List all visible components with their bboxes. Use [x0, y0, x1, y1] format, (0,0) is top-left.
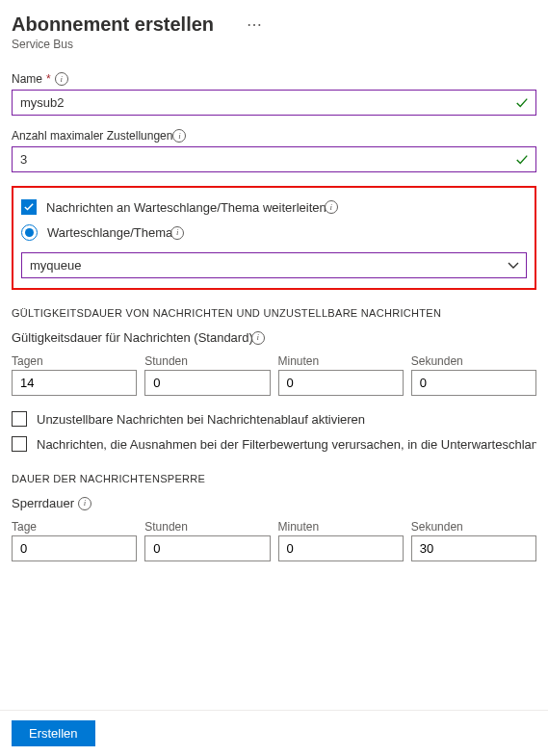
lock-hours-input[interactable] [144, 535, 270, 561]
create-button[interactable]: Erstellen [12, 720, 95, 746]
lock-days-label: Tage [12, 520, 137, 534]
lock-days-input[interactable] [12, 535, 137, 561]
footer-bar: Erstellen [0, 710, 548, 756]
lock-minutes-label: Minuten [278, 520, 404, 534]
lock-seconds-label: Sekunden [411, 520, 536, 534]
forward-checkbox[interactable] [21, 199, 37, 215]
ttl-seconds-label: Sekunden [411, 354, 536, 368]
forward-target-dropdown[interactable]: myqueue [21, 252, 527, 278]
info-icon[interactable]: i [55, 72, 68, 86]
ttl-hours-input[interactable] [144, 370, 270, 396]
lock-hours-label: Stunden [144, 520, 270, 534]
page-subtitle: Service Bus [12, 38, 536, 51]
ttl-section-header: GÜLTIGKEITSDAUER VON NACHRICHTEN UND UNZ… [12, 307, 536, 319]
more-menu-icon[interactable]: ⋯ [247, 15, 262, 34]
info-icon[interactable]: i [170, 226, 184, 240]
valid-check-icon [515, 153, 529, 167]
forward-checkbox-label: Nachrichten an Warteschlange/Thema weite… [46, 200, 326, 215]
ttl-hours-label: Stunden [144, 354, 270, 368]
forward-highlight-box: Nachrichten an Warteschlange/Thema weite… [12, 186, 536, 290]
lock-subsection-label: Sperrdauer [12, 496, 74, 510]
ttl-seconds-input[interactable] [411, 370, 536, 396]
name-input[interactable] [12, 90, 536, 116]
deadletter-on-expire-label: Unzustellbare Nachrichten bei Nachrichte… [37, 412, 536, 427]
forward-target-value: myqueue [30, 258, 81, 273]
info-icon[interactable]: i [251, 331, 265, 345]
ttl-minutes-input[interactable] [278, 370, 404, 396]
max-deliveries-input[interactable] [12, 146, 536, 172]
info-icon[interactable]: i [325, 200, 338, 214]
page-title: Abonnement erstellen [12, 13, 214, 36]
forward-target-radio[interactable] [21, 224, 38, 241]
lock-section-header: DAUER DER NACHRICHTENSPERRE [12, 473, 536, 484]
forward-radio-label: Warteschlange/Thema [47, 225, 172, 240]
deadletter-on-filter-fail-label: Nachrichten, die Ausnahmen bei der Filte… [37, 437, 536, 452]
lock-seconds-input[interactable] [411, 535, 536, 561]
ttl-days-input[interactable] [12, 370, 137, 396]
deadletter-on-expire-checkbox[interactable] [12, 411, 27, 427]
valid-check-icon [515, 96, 529, 110]
name-label: Name [12, 72, 42, 86]
max-deliveries-label: Anzahl maximaler Zustellungen [12, 129, 172, 143]
ttl-subsection-label: Gültigkeitsdauer für Nachrichten (Standa… [12, 330, 253, 345]
lock-minutes-input[interactable] [278, 535, 404, 561]
info-icon[interactable]: i [172, 129, 186, 143]
info-icon[interactable]: i [78, 497, 91, 510]
ttl-minutes-label: Minuten [278, 354, 404, 368]
deadletter-on-filter-fail-checkbox[interactable] [12, 436, 27, 452]
ttl-days-label: Tagen [12, 354, 137, 368]
required-asterisk: * [46, 72, 51, 86]
chevron-down-icon [508, 260, 519, 272]
